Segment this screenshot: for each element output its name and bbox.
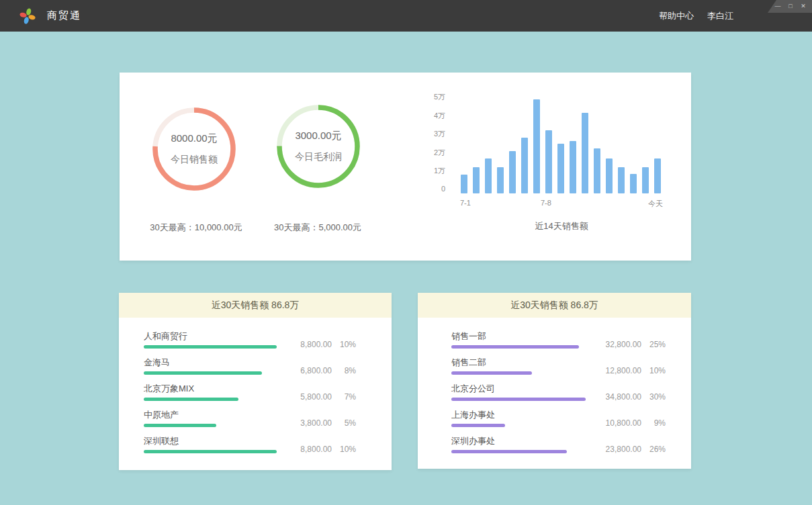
today-summary-card: 8000.00元 今日销售额 30天最高：10,000.00元 3000.00元… [120, 73, 691, 261]
daily-sales-bar [642, 167, 649, 193]
department-rank-list: 销售一部 32,800.0025% 销售二部 12,800.0010% 北京分公… [418, 318, 691, 461]
daily-sales-bar [545, 130, 552, 193]
minimize-icon[interactable]: — [774, 3, 781, 9]
y-axis-tick: 2万 [434, 148, 445, 158]
daily-sales-bar [618, 167, 625, 193]
daily-sales-bar [606, 158, 613, 193]
daily-sales-bar [473, 167, 480, 193]
daily-sales-bar [497, 167, 504, 193]
today-sales-donut: 8000.00元 今日销售额 [150, 105, 238, 193]
pinwheel-logo-icon [19, 7, 36, 25]
row-amount: 34,800.00 [593, 392, 641, 402]
y-axis-tick: 5万 [434, 92, 445, 102]
row-percent: 30% [641, 392, 666, 402]
daily-sales-bar [594, 148, 600, 193]
row-amount: 5,800.00 [283, 392, 332, 402]
row-value: 8,800.0010% [283, 445, 356, 454]
daily-sales-bar [509, 151, 516, 193]
row-percent: 5% [332, 418, 356, 428]
customer-rank-list: 人和商贸行 8,800.0010% 金海马 6,800.008% 北京万象MIX… [119, 318, 392, 461]
department-panel-title: 近30天销售额 86.8万 [418, 293, 691, 318]
daily-sales-bar [461, 175, 467, 193]
rank-row: 销售二部 12,800.0010% [451, 357, 666, 383]
row-percent: 25% [641, 340, 666, 349]
y-axis-tick: 4万 [434, 111, 445, 121]
daily-sales-bar [533, 99, 540, 193]
y-axis-tick: 0 [441, 185, 445, 193]
rank-row: 上海办事处 10,800.009% [451, 409, 666, 435]
rank-row: 深圳办事处 23,800.0026% [451, 435, 666, 461]
row-bar [144, 424, 216, 427]
row-bar [451, 424, 505, 427]
row-bar [144, 450, 277, 453]
customer-panel-title: 近30天销售额 86.8万 [119, 293, 392, 318]
row-percent: 10% [332, 340, 356, 349]
today-profit-value: 3000.00元 [295, 130, 341, 142]
donut-center-text: 3000.00元 今日毛利润 [275, 103, 362, 190]
y-axis: 5万4万3万2万1万0 [402, 73, 445, 200]
row-amount: 12,800.00 [593, 366, 641, 375]
today-profit-donut: 3000.00元 今日毛利润 [275, 103, 362, 190]
row-value: 3,800.005% [283, 418, 356, 428]
titlebar: 商贸通 帮助中心 李白江 — □ ✕ [0, 0, 812, 32]
row-value: 12,800.0010% [593, 366, 666, 375]
daily-sales-bar [521, 138, 528, 193]
donut-center-text: 8000.00元 今日销售额 [150, 105, 238, 193]
row-amount: 32,800.00 [593, 340, 641, 349]
row-amount: 10,800.00 [593, 418, 641, 428]
row-bar [451, 398, 586, 401]
y-axis-tick: 1万 [434, 166, 445, 176]
department-sales-panel: 近30天销售额 86.8万 销售一部 32,800.0025% 销售二部 12,… [418, 293, 691, 469]
x-axis-tick: 7-8 [541, 199, 551, 207]
daily-sales-bar [485, 158, 492, 193]
row-value: 10,800.009% [593, 418, 666, 428]
row-percent: 10% [332, 445, 356, 454]
profit-30day-high: 30天最高：5,000.00元 [247, 222, 388, 234]
row-percent: 26% [641, 445, 666, 454]
row-bar [144, 345, 277, 349]
sales-30day-high: 30天最高：10,000.00元 [126, 222, 267, 234]
row-bar [451, 371, 532, 375]
row-bar [144, 398, 238, 401]
row-percent: 10% [641, 366, 666, 375]
row-amount: 23,800.00 [593, 445, 641, 454]
row-bar [451, 345, 579, 349]
x-axis-tick: 今天 [648, 199, 663, 209]
row-value: 5,800.007% [283, 392, 356, 402]
row-amount: 8,800.00 [283, 445, 332, 454]
user-name-link[interactable]: 李白江 [707, 10, 733, 22]
row-percent: 9% [641, 418, 666, 428]
row-amount: 8,800.00 [283, 340, 332, 349]
x-axis-tick: 7-1 [460, 199, 471, 207]
daily-sales-bar [557, 144, 564, 193]
daily-sales-bar [570, 141, 576, 193]
rank-row: 金海马 6,800.008% [144, 357, 356, 383]
app-title: 商贸通 [47, 9, 81, 22]
customer-sales-panel: 近30天销售额 86.8万 人和商贸行 8,800.0010% 金海马 6,80… [119, 293, 392, 470]
rank-row: 北京万象MIX 5,800.007% [144, 383, 356, 409]
daily-sales-bar [582, 113, 588, 193]
daily-sales-bar [654, 158, 661, 193]
daily-sales-chart-title: 近14天销售额 [461, 220, 662, 232]
row-percent: 7% [332, 392, 356, 402]
daily-sales-bar [630, 174, 637, 193]
rank-row: 人和商贸行 8,800.0010% [144, 330, 356, 357]
today-sales-label: 今日销售额 [171, 154, 218, 166]
row-value: 34,800.0030% [593, 392, 666, 402]
maximize-icon[interactable]: □ [787, 3, 794, 9]
row-amount: 6,800.00 [283, 366, 332, 375]
row-value: 23,800.0026% [593, 445, 666, 454]
daily-sales-bars [461, 73, 664, 193]
row-percent: 8% [332, 366, 356, 375]
row-value: 6,800.008% [283, 366, 356, 375]
row-bar [451, 450, 567, 453]
row-value: 32,800.0025% [593, 340, 666, 349]
y-axis-tick: 3万 [434, 129, 445, 139]
row-value: 8,800.0010% [283, 340, 356, 349]
rank-row: 深圳联想 8,800.0010% [144, 435, 356, 461]
close-icon[interactable]: ✕ [800, 3, 807, 9]
window-controls: — □ ✕ [768, 0, 812, 13]
rank-row: 北京分公司 34,800.0030% [451, 383, 666, 409]
help-center-link[interactable]: 帮助中心 [659, 10, 694, 22]
row-amount: 3,800.00 [283, 418, 332, 428]
